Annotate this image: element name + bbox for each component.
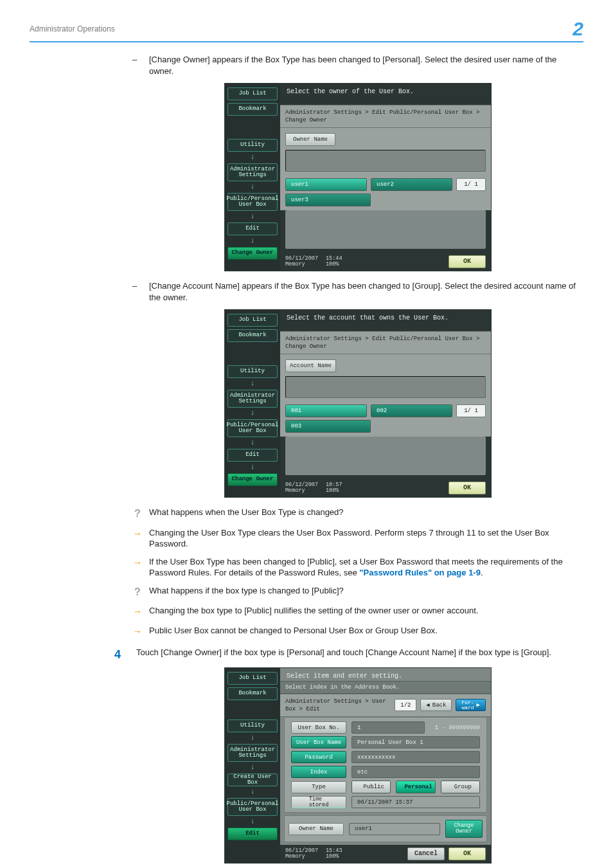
step-text: Touch [Change Owner] if the box type is … bbox=[136, 647, 551, 658]
side-admin-settings[interactable]: Administrator Settings bbox=[227, 390, 278, 408]
status-area: 06/11/2007Memory 15:44100% bbox=[285, 256, 342, 267]
note-text: [Change Account Name] appears if the Box… bbox=[149, 280, 583, 303]
side-job-list[interactable]: Job List bbox=[227, 672, 278, 685]
owner-option-user3[interactable]: user3 bbox=[285, 194, 371, 206]
question-icon: ? bbox=[132, 585, 143, 599]
arrow-right-icon: → bbox=[132, 527, 143, 540]
arrow-icon: ↓ bbox=[227, 410, 278, 417]
account-option-002[interactable]: 002 bbox=[371, 404, 452, 417]
owner-name-field[interactable] bbox=[285, 150, 486, 172]
arrow-icon: ↓ bbox=[227, 154, 278, 161]
page-title: Administrator Operations bbox=[30, 24, 115, 34]
ok-button[interactable]: OK bbox=[449, 255, 486, 268]
type-group[interactable]: Group bbox=[441, 781, 480, 793]
back-button[interactable]: ◀Back bbox=[420, 699, 452, 711]
arrow-icon: ↓ bbox=[227, 381, 278, 387]
field-label-owner-name: Owner Name bbox=[285, 133, 335, 146]
arrow-icon: ↓ bbox=[227, 764, 278, 771]
panel-breadcrumb: Administrator Settings > User Box > Edit bbox=[285, 698, 391, 713]
empty-area bbox=[285, 437, 486, 475]
question-item: ?What happens if the box type is changed… bbox=[132, 585, 583, 599]
account-option-001[interactable]: 001 bbox=[285, 404, 367, 417]
status-area: 06/12/2007Memory 10:57100% bbox=[285, 482, 342, 494]
panel-change-owner-personal: Job List Bookmark Utility ↓ Administrato… bbox=[224, 83, 492, 271]
status-area: 06/11/2007Memory 15:43100% bbox=[285, 848, 342, 860]
note-text: [Change Owner] appears if the Box Type h… bbox=[149, 54, 583, 77]
change-owner-button[interactable]: Change Owner bbox=[445, 820, 483, 838]
ok-button[interactable]: OK bbox=[449, 847, 486, 860]
label-user-box-no: User Box No. bbox=[291, 721, 346, 734]
forward-button[interactable]: For- ward▶ bbox=[456, 699, 486, 711]
pager: 1/ 1 bbox=[456, 404, 486, 417]
question-item: ?What happens when the User Box Type is … bbox=[132, 507, 583, 521]
arrow-icon: ↓ bbox=[227, 440, 278, 446]
label-user-box-name[interactable]: User Box Name bbox=[291, 736, 346, 748]
arrow-right-icon: → bbox=[132, 556, 143, 569]
empty-area bbox=[285, 210, 486, 249]
panel-user-box-edit: Job List Bookmark Utility ↓ Administrato… bbox=[224, 667, 492, 863]
side-job-list[interactable]: Job List bbox=[227, 314, 278, 327]
ok-button[interactable]: OK bbox=[449, 482, 486, 494]
side-utility[interactable]: Utility bbox=[227, 719, 278, 732]
side-change-owner[interactable]: Change Owner bbox=[227, 247, 278, 260]
arrow-right-icon: → bbox=[132, 605, 143, 618]
label-time-stored: Time stored bbox=[291, 796, 346, 808]
arrow-right-icon: → bbox=[132, 625, 143, 638]
answer-item: → If the User Box Type has been changed … bbox=[132, 556, 583, 579]
side-edit[interactable]: Edit bbox=[227, 449, 278, 462]
account-option-003[interactable]: 003 bbox=[285, 420, 371, 433]
side-bookmark[interactable]: Bookmark bbox=[227, 329, 278, 342]
value-user-box-name[interactable]: Personal User Box 1 bbox=[351, 736, 480, 748]
owner-option-user1[interactable]: user1 bbox=[285, 178, 367, 191]
arrow-icon: ↓ bbox=[227, 184, 278, 190]
value-user-box-no[interactable]: 1 bbox=[351, 721, 425, 734]
side-job-list[interactable]: Job List bbox=[227, 87, 278, 100]
panel-change-owner-group: Job List Bookmark Utility ↓ Administrato… bbox=[224, 309, 492, 498]
value-password[interactable]: xxxxxxxxxxx bbox=[351, 751, 480, 763]
side-admin-settings[interactable]: Administrator Settings bbox=[227, 744, 278, 762]
panel-subhead: Select index in the Address Book. bbox=[280, 681, 491, 694]
chapter-number: 2 bbox=[573, 19, 583, 39]
side-create-user-box[interactable]: Create User Box bbox=[227, 773, 278, 786]
side-bookmark[interactable]: Bookmark bbox=[227, 103, 278, 116]
step-number: 4 bbox=[114, 647, 121, 662]
side-public-personal[interactable]: Public/Personal User Box bbox=[227, 419, 278, 437]
side-edit[interactable]: Edit bbox=[227, 222, 278, 235]
note-item: – [Change Owner] appears if the Box Type… bbox=[132, 54, 583, 77]
label-owner-name: Owner Name bbox=[289, 823, 344, 835]
arrow-icon: ↓ bbox=[227, 464, 278, 471]
value-time-stored: 06/11/2007 15:37 bbox=[351, 796, 480, 808]
account-name-field[interactable] bbox=[285, 376, 486, 398]
type-personal[interactable]: Personal bbox=[396, 781, 435, 793]
cancel-button[interactable]: Cancel bbox=[407, 847, 445, 860]
side-public-personal[interactable]: Public/Personal User Box bbox=[227, 193, 278, 211]
side-bookmark[interactable]: Bookmark bbox=[227, 687, 278, 700]
arrow-icon: ↓ bbox=[227, 213, 278, 220]
side-utility[interactable]: Utility bbox=[227, 139, 278, 152]
field-label-account-name: Account Name bbox=[285, 359, 336, 372]
type-public[interactable]: Public bbox=[351, 781, 391, 793]
arrow-icon: ↓ bbox=[227, 238, 278, 244]
value-index[interactable]: etc bbox=[351, 766, 480, 778]
answer-item: →Public User Box cannot be changed to Pe… bbox=[132, 625, 583, 638]
pager: 1/ 1 bbox=[456, 178, 486, 191]
range-user-box-no: 1 - 999999999 bbox=[435, 724, 480, 732]
question-icon: ? bbox=[132, 507, 143, 521]
side-change-owner[interactable]: Change Owner bbox=[227, 473, 278, 486]
panel-instruction: Select the owner of the User Box. bbox=[280, 84, 491, 98]
arrow-icon: ↓ bbox=[227, 818, 278, 825]
side-public-personal[interactable]: Public/Personal User Box bbox=[227, 798, 278, 816]
panel-breadcrumb: Administrator Settings > Edit Public/Per… bbox=[280, 105, 491, 128]
note-item: – [Change Account Name] appears if the B… bbox=[132, 280, 583, 303]
password-rules-link[interactable]: "Password Rules" on page 1-9 bbox=[359, 568, 481, 577]
panel-instruction: Select item and enter setting. bbox=[280, 668, 491, 681]
panel-instruction: Select the account that owns the User Bo… bbox=[280, 310, 491, 325]
side-edit[interactable]: Edit bbox=[227, 827, 278, 840]
side-admin-settings[interactable]: Administrator Settings bbox=[227, 163, 278, 181]
label-index[interactable]: Index bbox=[291, 766, 346, 778]
side-utility[interactable]: Utility bbox=[227, 365, 278, 378]
value-owner-name: user1 bbox=[349, 823, 440, 835]
label-password[interactable]: Password bbox=[291, 751, 346, 763]
page-indicator: 1/2 bbox=[395, 699, 416, 711]
owner-option-user2[interactable]: user2 bbox=[371, 178, 452, 191]
